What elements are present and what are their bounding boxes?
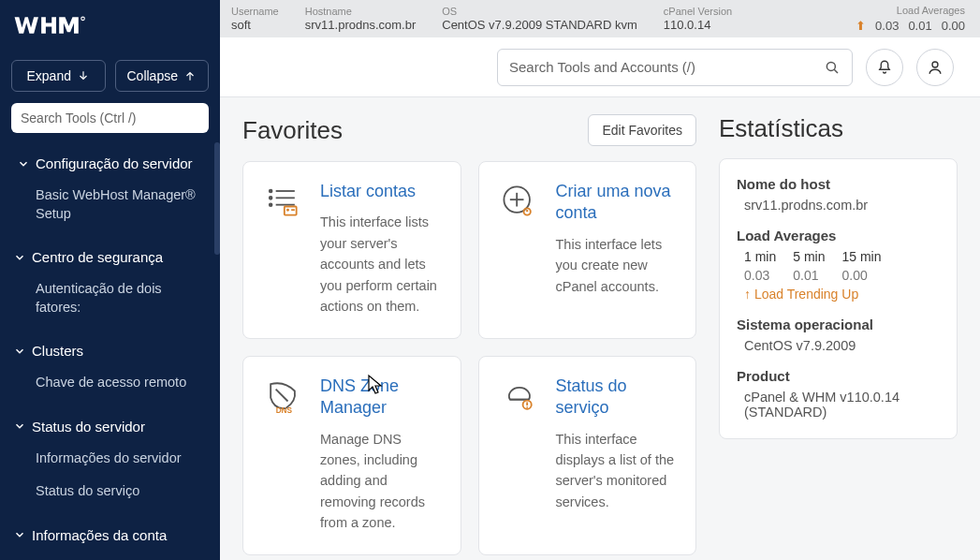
svg-point-0 xyxy=(81,17,84,20)
card-title: Status do serviço xyxy=(556,376,678,420)
info-os: OS CentOS v7.9.2009 STANDARD kvm xyxy=(442,6,637,31)
nav-item-server-info[interactable]: Informações do servidor xyxy=(0,442,220,476)
arrow-down-icon xyxy=(77,69,90,82)
toolbar: Search Tools and Accounts (/) xyxy=(220,37,980,97)
account-button[interactable] xyxy=(916,49,954,86)
favorites-column: Favorites Edit Favorites xyxy=(242,114,696,555)
svg-point-1 xyxy=(826,62,835,70)
nav-label: Configuração do servidor xyxy=(36,155,193,171)
nav-label: Centro de segurança xyxy=(32,249,163,265)
service-status-icon xyxy=(498,376,539,417)
svg-point-4 xyxy=(270,190,272,193)
nav-group-informacoes-conta[interactable]: Informações da conta xyxy=(0,520,220,551)
card-title: DNS Zone Manager xyxy=(320,376,442,420)
sidebar-search-input[interactable]: Search Tools (Ctrl /) xyxy=(11,103,209,133)
svg-rect-10 xyxy=(285,207,297,215)
card-dns-zone-manager[interactable]: DNS DNS Zone Manager Manage DNS zones, i… xyxy=(242,356,461,555)
info-load-averages: Load Averages ⬆ 0.03 0.01 0.00 xyxy=(856,5,965,32)
svg-text:DNS: DNS xyxy=(276,406,293,415)
main-area: Username soft Hostname srv11.prodns.com.… xyxy=(220,0,980,560)
dns-zone-icon: DNS xyxy=(262,376,303,417)
card-desc: This interface displays a list of the se… xyxy=(556,429,678,513)
sidebar-nav: Configuração do servidor Basic WebHost M… xyxy=(0,142,220,560)
favorites-title: Favorites xyxy=(242,116,343,145)
trend-up-text: ↑ Load Trending Up xyxy=(744,287,940,302)
chevron-down-icon xyxy=(13,420,26,433)
card-desc: Manage DNS zones, including adding and r… xyxy=(320,429,442,534)
global-search-input[interactable]: Search Tools and Accounts (/) xyxy=(497,49,853,86)
sidebar-search-placeholder: Search Tools (Ctrl /) xyxy=(21,111,136,125)
sidebar: Expand Collapse Search Tools (Ctrl /) Co… xyxy=(0,0,220,560)
svg-line-2 xyxy=(834,69,838,73)
card-create-account[interactable]: Criar uma nova conta This interface lets… xyxy=(478,161,697,339)
collapse-button[interactable]: Collapse xyxy=(115,60,210,92)
svg-point-3 xyxy=(932,62,938,67)
search-icon xyxy=(824,59,841,76)
info-hostname: Hostname srv11.prodns.com.br xyxy=(305,6,417,31)
card-desc: This interface lets you create new cPane… xyxy=(556,234,678,297)
stats-column: Estatísticas Nome do host srv11.prodns.c… xyxy=(719,114,958,439)
arrow-up-icon xyxy=(183,69,197,82)
nav-group-status-servidor[interactable]: Status do servidor xyxy=(0,411,220,442)
nav-group-config-servidor[interactable]: Configuração do servidor xyxy=(0,148,220,179)
nav-label: Clusters xyxy=(32,343,83,359)
svg-point-17 xyxy=(525,210,527,212)
expand-button[interactable]: Expand xyxy=(11,60,106,92)
nav-group-clusters[interactable]: Clusters xyxy=(0,335,220,366)
nav-item-remote-access-key[interactable]: Chave de acesso remoto xyxy=(0,366,220,400)
notifications-button[interactable] xyxy=(866,49,903,86)
svg-point-8 xyxy=(270,203,272,206)
nav-label: Status do servidor xyxy=(32,419,145,435)
nav-item-service-status[interactable]: Status do serviço xyxy=(0,475,220,508)
card-title: Criar uma nova conta xyxy=(556,181,678,225)
stats-title: Estatísticas xyxy=(719,114,958,143)
expand-label: Expand xyxy=(27,68,71,83)
nav-item-basic-webhost-setup[interactable]: Basic WebHost Manager® Setup xyxy=(0,179,220,230)
nav-item-2fa[interactable]: Autenticação de dois fatores: xyxy=(0,273,220,324)
search-placeholder: Search Tools and Accounts (/) xyxy=(509,59,824,75)
svg-point-21 xyxy=(526,406,528,408)
list-accounts-icon xyxy=(262,181,303,222)
create-account-icon xyxy=(498,181,539,222)
card-list-accounts[interactable]: Listar contas This interface lists your … xyxy=(242,161,461,339)
stat-hostname: Nome do host srv11.prodns.com.br xyxy=(737,176,940,213)
logo-area xyxy=(0,0,220,52)
chevron-down-icon xyxy=(13,251,26,264)
card-title: Listar contas xyxy=(320,181,442,202)
info-cpanel-version: cPanel Version 110.0.14 xyxy=(664,6,732,31)
stats-box: Nome do host srv11.prodns.com.br Load Av… xyxy=(719,158,958,439)
top-info-bar: Username soft Hostname srv11.prodns.com.… xyxy=(220,0,980,37)
chevron-down-icon xyxy=(13,345,26,358)
edit-favorites-button[interactable]: Edit Favorites xyxy=(588,114,696,146)
card-service-status[interactable]: Status do serviço This interface display… xyxy=(478,356,697,555)
info-username: Username soft xyxy=(231,6,279,31)
nav-group-centro-seguranca[interactable]: Centro de segurança xyxy=(0,242,220,273)
content: Favorites Edit Favorites xyxy=(220,97,980,560)
bell-icon xyxy=(876,59,893,76)
svg-point-11 xyxy=(286,209,289,212)
chevron-down-icon xyxy=(13,528,26,541)
user-icon xyxy=(927,59,943,76)
stat-load-averages: Load Averages 1 min0.03 5 min0.01 15 min… xyxy=(737,228,940,302)
stat-os: Sistema operacional CentOS v7.9.2009 xyxy=(737,317,940,353)
stat-product: Product cPanel & WHM v110.0.14 (STANDARD… xyxy=(737,368,940,420)
expand-collapse-row: Expand Collapse xyxy=(0,52,220,103)
card-desc: This interface lists your server's accou… xyxy=(320,212,442,317)
sidebar-scrollbar[interactable] xyxy=(214,142,220,255)
collapse-label: Collapse xyxy=(127,68,178,83)
nav-label: Informações da conta xyxy=(32,527,167,543)
trend-up-icon: ⬆ xyxy=(856,19,866,33)
svg-point-6 xyxy=(270,197,272,199)
chevron-down-icon xyxy=(17,157,30,170)
whm-logo xyxy=(13,11,121,39)
